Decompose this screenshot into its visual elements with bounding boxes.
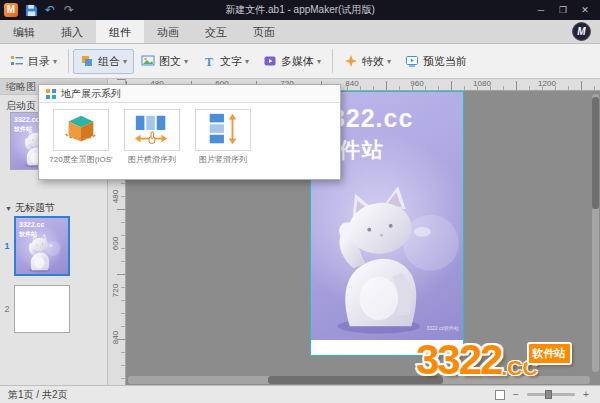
chevron-down-icon: ▾ bbox=[387, 57, 391, 66]
text-icon: T bbox=[202, 54, 216, 68]
site-watermark: 3322 .CC 软件站 bbox=[416, 340, 538, 380]
ruler-label: 720 bbox=[111, 279, 120, 303]
toolbar-separator bbox=[68, 49, 69, 73]
ribbon-tab-bar: 编辑 插入 组件 动画 交互 页面 M bbox=[0, 20, 600, 44]
toolbar-image-text-button[interactable]: 图文 ▾ bbox=[134, 49, 195, 74]
series-grid-icon bbox=[46, 89, 56, 99]
page-thumbnail-1[interactable]: 3322.cc 软件站 bbox=[14, 216, 70, 276]
component-vertical-slide[interactable]: 图片竖滑序列 bbox=[189, 109, 257, 165]
close-button[interactable]: ✕ bbox=[574, 2, 596, 18]
poster-watermark: 3322.cc bbox=[19, 221, 44, 228]
page-number-2: 2 bbox=[1, 304, 13, 314]
toolbar-separator bbox=[332, 49, 333, 73]
zoom-out-button[interactable]: − bbox=[510, 389, 522, 401]
title-bar: M ↶ ↷ 新建文件.ab1 - appMaker(试用版) ─ ❐ ✕ bbox=[0, 0, 600, 20]
save-icon[interactable] bbox=[23, 2, 39, 18]
catalog-icon bbox=[10, 54, 24, 68]
toolbar-text-label: 文字 bbox=[220, 54, 242, 69]
ribbon-toolbar: 目录 ▾ 组合 ▾ 图文 ▾ T 文字 ▾ 多媒体 ▾ 特效 ▾ bbox=[0, 44, 600, 79]
panel-body: 720度全景图(IOS' 图片横滑序列 bbox=[39, 103, 340, 165]
page-number-1: 1 bbox=[1, 241, 13, 251]
redo-icon[interactable]: ↷ bbox=[61, 2, 77, 18]
component-horizontal-slide[interactable]: 图片横滑序列 bbox=[118, 109, 186, 165]
status-bar: 第1页 / 共2页 − + bbox=[0, 385, 600, 403]
tab-insert[interactable]: 插入 bbox=[48, 20, 96, 43]
toolbar-text-button[interactable]: T 文字 ▾ bbox=[195, 49, 256, 74]
toolbar-effects-button[interactable]: 特效 ▾ bbox=[337, 49, 398, 74]
tab-page[interactable]: 页面 bbox=[240, 20, 288, 43]
toolbar-preview-button[interactable]: 预览当前 bbox=[398, 49, 474, 74]
fit-page-icon[interactable] bbox=[495, 390, 505, 400]
tab-animation[interactable]: 动画 bbox=[144, 20, 192, 43]
chevron-down-icon: ▾ bbox=[184, 57, 188, 66]
zoom-in-button[interactable]: + bbox=[580, 389, 592, 401]
vertical-scrollbar[interactable] bbox=[592, 94, 599, 372]
section-label: 无标题节 bbox=[15, 201, 55, 215]
chevron-down-icon: ▾ bbox=[53, 57, 57, 66]
toolbar-group-label: 组合 bbox=[98, 54, 120, 69]
group-icon bbox=[80, 54, 94, 68]
ruler-label: 600 bbox=[111, 232, 120, 256]
maximize-button[interactable]: ❐ bbox=[552, 2, 574, 18]
user-avatar[interactable]: M bbox=[572, 22, 591, 41]
poster-watermark: 3322.cc bbox=[14, 116, 39, 123]
svg-text:T: T bbox=[205, 55, 213, 69]
poster-corner-watermark: 3322.cc软件站 bbox=[426, 325, 459, 331]
page-thumbnail-2[interactable] bbox=[14, 285, 70, 333]
toolbar-catalog-button[interactable]: 目录 ▾ bbox=[3, 49, 64, 74]
tab-components[interactable]: 组件 bbox=[96, 20, 144, 43]
toolbar-effects-label: 特效 bbox=[362, 54, 384, 69]
component-panorama-360[interactable]: 720度全景图(IOS' bbox=[47, 109, 115, 165]
tab-interaction[interactable]: 交互 bbox=[192, 20, 240, 43]
component-label: 720度全景图(IOS' bbox=[47, 154, 115, 165]
launch-page-label: 启动页 bbox=[6, 99, 36, 113]
media-icon bbox=[263, 54, 277, 68]
horizontal-slide-icon bbox=[124, 109, 180, 151]
vertical-slide-icon bbox=[195, 109, 251, 151]
ruler-label: 960 bbox=[410, 79, 423, 88]
ruler-label: 1080 bbox=[473, 79, 491, 88]
component-dropdown-panel: 地产展示系列 720度全景图(IOS' bbox=[38, 84, 341, 180]
watermark-number: 3322 bbox=[416, 340, 501, 380]
image-text-icon bbox=[141, 54, 155, 68]
toolbar-preview-label: 预览当前 bbox=[423, 54, 467, 69]
collapse-triangle-icon: ▼ bbox=[5, 205, 12, 212]
zoom-controls: − + bbox=[495, 389, 592, 401]
toolbar-media-button[interactable]: 多媒体 ▾ bbox=[256, 49, 328, 74]
panorama-360-icon bbox=[53, 109, 109, 151]
tab-edit[interactable]: 编辑 bbox=[0, 20, 48, 43]
chevron-down-icon: ▾ bbox=[245, 57, 249, 66]
cat-figurine-image bbox=[316, 180, 461, 337]
chevron-down-icon: ▾ bbox=[123, 57, 127, 66]
toolbar-media-label: 多媒体 bbox=[281, 54, 314, 69]
page-indicator: 第1页 / 共2页 bbox=[8, 388, 67, 402]
ruler-label: 840 bbox=[345, 79, 358, 88]
panel-title: 地产展示系列 bbox=[61, 87, 121, 101]
window-title: 新建文件.ab1 - appMaker(试用版) bbox=[0, 3, 600, 17]
ruler-label: 480 bbox=[111, 185, 120, 209]
component-label: 图片横滑序列 bbox=[118, 154, 186, 165]
component-label: 图片竖滑序列 bbox=[189, 154, 257, 165]
minimize-button[interactable]: ─ bbox=[530, 2, 552, 18]
panel-header: 地产展示系列 bbox=[39, 85, 340, 103]
effects-icon bbox=[344, 54, 358, 68]
section-header[interactable]: ▼ 无标题节 bbox=[5, 201, 55, 215]
avatar-letter: M bbox=[577, 26, 585, 37]
toolbar-image-text-label: 图文 bbox=[159, 54, 181, 69]
app-logo-letter: M bbox=[7, 4, 15, 15]
cat-figurine-image bbox=[23, 232, 61, 273]
ruler-label: 840 bbox=[111, 326, 120, 350]
preview-icon bbox=[405, 54, 419, 68]
app-logo: M bbox=[4, 3, 18, 17]
undo-icon[interactable]: ↶ bbox=[42, 2, 58, 18]
chevron-down-icon: ▾ bbox=[317, 57, 321, 66]
zoom-slider-knob[interactable] bbox=[545, 390, 552, 399]
toolbar-group-button[interactable]: 组合 ▾ bbox=[73, 49, 134, 74]
vertical-scrollbar-thumb[interactable] bbox=[592, 97, 599, 209]
ruler-label: 1200 bbox=[538, 79, 556, 88]
watermark-badge: 软件站 bbox=[527, 342, 572, 365]
toolbar-catalog-label: 目录 bbox=[28, 54, 50, 69]
zoom-slider[interactable] bbox=[527, 393, 575, 396]
poster-image: 3322.cc 软件站 bbox=[16, 218, 68, 274]
